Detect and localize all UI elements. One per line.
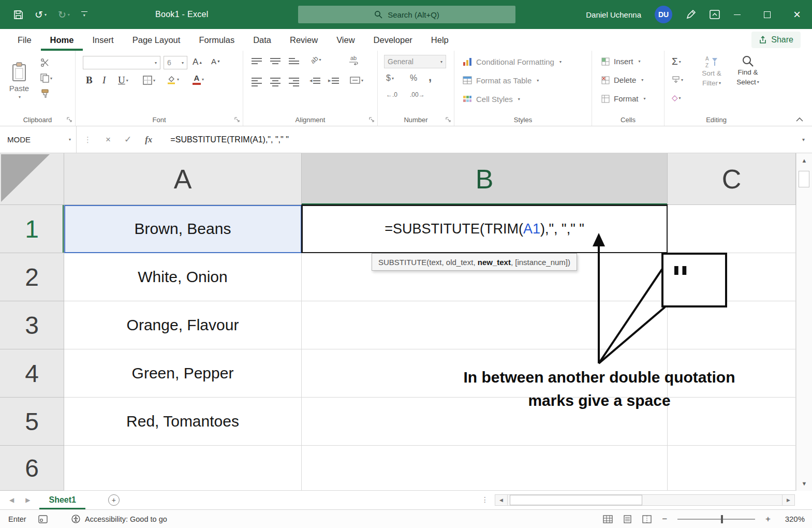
chevron-down-icon[interactable]: ▾ [202, 77, 204, 82]
clear-button[interactable]: ◇▾ [672, 93, 681, 102]
customize-quick-access-button[interactable]: ▾ [81, 11, 87, 18]
scroll-left-icon[interactable]: ◀ [495, 495, 508, 505]
sheet-tab-sheet1[interactable]: Sheet1 [39, 491, 85, 509]
redo-button[interactable]: ↻▾ [58, 9, 70, 20]
chevron-down-icon[interactable]: ▾ [681, 78, 683, 82]
prev-sheet-icon[interactable]: ◀ [9, 496, 14, 504]
tab-help[interactable]: Help [422, 29, 458, 51]
chevron-down-icon[interactable]: ▾ [679, 96, 681, 100]
cell-a3[interactable]: Orange, Flavour [64, 301, 302, 349]
cell-c3[interactable] [668, 301, 796, 349]
chevron-down-icon[interactable]: ▾ [126, 78, 128, 83]
insert-button[interactable]: Insert▾ [601, 57, 641, 66]
cancel-button[interactable]: × [106, 135, 111, 145]
increase-decimal-button[interactable]: ←.0 [386, 91, 397, 98]
save-icon[interactable] [13, 10, 23, 20]
comma-style-button[interactable]: , [429, 70, 432, 84]
cell-b3[interactable] [302, 301, 668, 349]
merge-center-button[interactable]: ▾ [350, 77, 363, 84]
zoom-slider-thumb[interactable] [721, 515, 723, 523]
font-color-button[interactable]: A▾ [193, 74, 204, 85]
column-header-c[interactable]: C [668, 153, 796, 205]
find-select-button[interactable]: Find & Select▾ [731, 55, 765, 87]
drag-handle-icon[interactable]: ⋮ [84, 135, 92, 144]
inking-icon[interactable] [686, 9, 696, 20]
horizontal-scroll-track[interactable] [508, 495, 782, 505]
copy-button[interactable]: ▾ [40, 74, 52, 83]
chevron-down-icon[interactable]: ▾ [68, 12, 70, 17]
column-header-a[interactable]: A [64, 153, 302, 205]
cell-a4[interactable]: Green, Pepper [64, 349, 302, 398]
page-break-preview-icon[interactable] [642, 515, 652, 523]
conditional-formatting-button[interactable]: Conditional Formatting▾ [463, 57, 562, 66]
format-as-table-button[interactable]: Format as Table▾ [463, 76, 539, 85]
shrink-font-button[interactable]: A▼ [211, 57, 220, 66]
chevron-down-icon[interactable]: ▾ [45, 12, 47, 17]
cell-c6[interactable] [668, 446, 796, 491]
tab-data[interactable]: Data [244, 29, 280, 51]
row-header-1[interactable]: 1 [0, 205, 64, 253]
normal-view-icon[interactable] [603, 515, 613, 523]
tab-formulas[interactable]: Formulas [189, 29, 244, 51]
row-header-4[interactable]: 4 [0, 349, 64, 398]
chevron-down-icon[interactable]: ▾ [69, 137, 71, 142]
wrap-text-button[interactable]: ab [349, 55, 358, 65]
borders-button[interactable]: ▾ [143, 76, 155, 85]
cell-b6[interactable] [302, 446, 668, 491]
align-center-button[interactable] [270, 78, 280, 86]
scroll-down-icon[interactable]: ▼ [796, 480, 812, 487]
chevron-down-icon[interactable]: ▾ [153, 78, 155, 83]
decrease-indent-button[interactable]: ◀ [309, 78, 320, 84]
cell-a6[interactable] [64, 446, 302, 491]
format-button[interactable]: Format▾ [601, 94, 646, 103]
insert-function-button[interactable]: fx [145, 135, 152, 145]
maximize-button[interactable] [752, 0, 782, 29]
delete-button[interactable]: Delete▾ [601, 76, 643, 84]
chevron-down-icon[interactable]: ▾ [392, 76, 394, 81]
tab-page-layout[interactable]: Page Layout [123, 29, 190, 51]
horizontal-scrollbar[interactable]: ◀ ▶ [495, 494, 795, 506]
close-button[interactable]: × [782, 0, 812, 29]
orientation-button[interactable]: ab▾ [311, 56, 321, 64]
row-header-6[interactable]: 6 [0, 446, 64, 491]
cell-c1[interactable] [668, 205, 796, 253]
autosum-button[interactable]: Σ▾ [672, 56, 681, 67]
zoom-in-button[interactable]: + [765, 514, 771, 524]
cell-a2[interactable]: White, Onion [64, 253, 302, 301]
font-size-combo[interactable]: 6▾ [164, 56, 187, 69]
font-name-combo[interactable]: ▾ [83, 56, 160, 69]
format-painter-button[interactable] [40, 89, 50, 98]
tab-developer[interactable]: Developer [364, 29, 422, 51]
macro-record-icon[interactable] [38, 515, 48, 523]
name-box[interactable]: MODE ▾ [0, 126, 77, 153]
formula-input[interactable]: =SUBSTITUTE(TRIM(A1),", "," " [170, 135, 289, 144]
tab-splitter-handle[interactable]: ⋮ [481, 495, 489, 504]
ribbon-display-options-icon[interactable] [710, 10, 720, 19]
enter-button[interactable]: ✓ [124, 134, 131, 145]
page-layout-view-icon[interactable] [623, 515, 632, 523]
vertical-scroll-thumb[interactable] [799, 171, 809, 187]
decrease-decimal-button[interactable]: .00→ [410, 91, 425, 98]
zoom-slider[interactable] [677, 519, 755, 520]
sort-filter-button[interactable]: AZ Sort & Filter▾ [695, 55, 729, 88]
expand-formula-bar-icon[interactable]: ▾ [802, 137, 805, 142]
underline-button[interactable]: U▾ [118, 75, 128, 86]
scroll-up-icon[interactable]: ▲ [796, 157, 812, 164]
share-button[interactable]: Share [751, 32, 801, 48]
align-right-button[interactable] [289, 78, 299, 86]
search-box[interactable]: Search (Alt+Q) [298, 6, 515, 23]
chevron-down-icon[interactable]: ▾ [177, 77, 179, 82]
user-name[interactable]: Daniel Uchenna [586, 10, 641, 19]
collapse-ribbon-icon[interactable] [795, 117, 804, 122]
avatar[interactable]: DU [655, 6, 672, 23]
tab-review[interactable]: Review [280, 29, 327, 51]
horizontal-scroll-thumb[interactable] [510, 495, 642, 505]
tab-view[interactable]: View [327, 29, 364, 51]
increase-indent-button[interactable]: ▶ [328, 78, 339, 84]
align-left-button[interactable] [252, 78, 262, 86]
row-header-5[interactable]: 5 [0, 398, 64, 446]
minimize-button[interactable] [722, 0, 752, 29]
fill-button[interactable]: ▾ [672, 76, 683, 84]
select-all-corner[interactable] [0, 153, 64, 205]
tab-insert[interactable]: Insert [83, 29, 123, 51]
